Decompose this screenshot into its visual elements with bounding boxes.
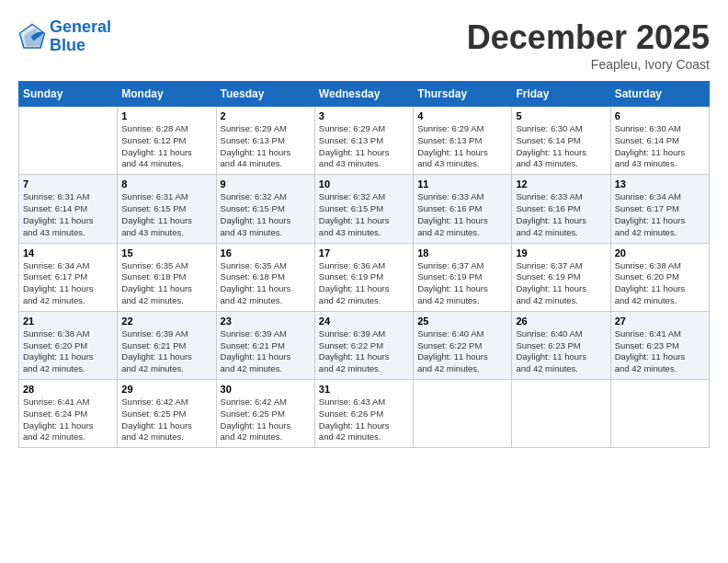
cell-info: Sunrise: 6:34 AM Sunset: 6:17 PM Dayligh… bbox=[615, 191, 705, 238]
day-number: 14 bbox=[23, 247, 113, 259]
title-block: December 2025 Feapleu, Ivory Coast bbox=[467, 18, 710, 72]
day-number: 21 bbox=[23, 316, 113, 327]
logo-text: General Blue bbox=[50, 18, 111, 55]
calendar-cell: 17Sunrise: 6:36 AM Sunset: 6:19 PM Dayli… bbox=[314, 243, 413, 311]
calendar-cell: 7Sunrise: 6:31 AM Sunset: 6:14 PM Daylig… bbox=[19, 175, 118, 243]
cell-info: Sunrise: 6:31 AM Sunset: 6:14 PM Dayligh… bbox=[23, 191, 113, 238]
calendar-cell: 30Sunrise: 6:42 AM Sunset: 6:25 PM Dayli… bbox=[216, 380, 314, 448]
calendar-cell: 15Sunrise: 6:35 AM Sunset: 6:18 PM Dayli… bbox=[118, 243, 216, 311]
calendar-cell: 14Sunrise: 6:34 AM Sunset: 6:17 PM Dayli… bbox=[19, 243, 118, 311]
calendar-cell: 3Sunrise: 6:29 AM Sunset: 6:13 PM Daylig… bbox=[314, 107, 413, 175]
calendar-cell: 16Sunrise: 6:35 AM Sunset: 6:18 PM Dayli… bbox=[216, 243, 314, 311]
location: Feapleu, Ivory Coast bbox=[467, 57, 710, 72]
day-number: 23 bbox=[221, 316, 311, 327]
day-number: 13 bbox=[615, 178, 705, 190]
weekday-friday: Friday bbox=[512, 82, 610, 107]
calendar-cell bbox=[19, 107, 118, 175]
cell-info: Sunrise: 6:35 AM Sunset: 6:18 PM Dayligh… bbox=[221, 260, 311, 307]
day-number: 22 bbox=[121, 316, 211, 327]
logo-icon bbox=[18, 23, 46, 51]
calendar-cell: 28Sunrise: 6:41 AM Sunset: 6:24 PM Dayli… bbox=[19, 380, 118, 448]
weekday-tuesday: Tuesday bbox=[216, 82, 314, 107]
day-number: 27 bbox=[615, 316, 705, 327]
cell-info: Sunrise: 6:29 AM Sunset: 6:13 PM Dayligh… bbox=[417, 123, 507, 170]
logo: General Blue bbox=[18, 18, 111, 55]
calendar-cell: 19Sunrise: 6:37 AM Sunset: 6:19 PM Dayli… bbox=[512, 243, 610, 311]
cell-info: Sunrise: 6:41 AM Sunset: 6:23 PM Dayligh… bbox=[615, 328, 705, 375]
calendar-cell bbox=[610, 380, 709, 448]
cell-info: Sunrise: 6:40 AM Sunset: 6:22 PM Dayligh… bbox=[417, 328, 507, 375]
calendar-cell: 5Sunrise: 6:30 AM Sunset: 6:14 PM Daylig… bbox=[512, 107, 610, 175]
calendar-cell: 4Sunrise: 6:29 AM Sunset: 6:13 PM Daylig… bbox=[414, 107, 512, 175]
calendar-cell: 13Sunrise: 6:34 AM Sunset: 6:17 PM Dayli… bbox=[610, 175, 709, 243]
cell-info: Sunrise: 6:34 AM Sunset: 6:17 PM Dayligh… bbox=[23, 260, 113, 307]
cell-info: Sunrise: 6:30 AM Sunset: 6:14 PM Dayligh… bbox=[615, 123, 705, 170]
cell-info: Sunrise: 6:38 AM Sunset: 6:20 PM Dayligh… bbox=[23, 328, 113, 375]
calendar-cell: 23Sunrise: 6:39 AM Sunset: 6:21 PM Dayli… bbox=[216, 311, 314, 379]
calendar-week-3: 14Sunrise: 6:34 AM Sunset: 6:17 PM Dayli… bbox=[19, 243, 710, 311]
month-title: December 2025 bbox=[467, 18, 710, 57]
calendar-cell: 2Sunrise: 6:29 AM Sunset: 6:13 PM Daylig… bbox=[216, 107, 314, 175]
day-number: 1 bbox=[121, 110, 211, 121]
day-number: 20 bbox=[615, 247, 705, 259]
weekday-wednesday: Wednesday bbox=[314, 82, 413, 107]
calendar-cell: 27Sunrise: 6:41 AM Sunset: 6:23 PM Dayli… bbox=[610, 311, 709, 379]
cell-info: Sunrise: 6:32 AM Sunset: 6:15 PM Dayligh… bbox=[221, 191, 311, 238]
cell-info: Sunrise: 6:38 AM Sunset: 6:20 PM Dayligh… bbox=[615, 260, 705, 307]
cell-info: Sunrise: 6:42 AM Sunset: 6:25 PM Dayligh… bbox=[121, 396, 211, 443]
weekday-saturday: Saturday bbox=[610, 82, 709, 107]
cell-info: Sunrise: 6:33 AM Sunset: 6:16 PM Dayligh… bbox=[417, 191, 507, 238]
calendar-week-5: 28Sunrise: 6:41 AM Sunset: 6:24 PM Dayli… bbox=[19, 380, 710, 448]
calendar-week-2: 7Sunrise: 6:31 AM Sunset: 6:14 PM Daylig… bbox=[19, 175, 710, 243]
day-number: 4 bbox=[417, 110, 507, 121]
day-number: 3 bbox=[319, 110, 409, 121]
cell-info: Sunrise: 6:39 AM Sunset: 6:22 PM Dayligh… bbox=[319, 328, 409, 375]
calendar-cell: 18Sunrise: 6:37 AM Sunset: 6:19 PM Dayli… bbox=[414, 243, 512, 311]
weekday-thursday: Thursday bbox=[414, 82, 512, 107]
calendar-cell: 29Sunrise: 6:42 AM Sunset: 6:25 PM Dayli… bbox=[118, 380, 216, 448]
day-number: 30 bbox=[221, 384, 311, 395]
cell-info: Sunrise: 6:33 AM Sunset: 6:16 PM Dayligh… bbox=[516, 191, 606, 238]
day-number: 5 bbox=[516, 110, 606, 121]
cell-info: Sunrise: 6:30 AM Sunset: 6:14 PM Dayligh… bbox=[516, 123, 606, 170]
day-number: 11 bbox=[417, 178, 507, 190]
calendar-week-1: 1Sunrise: 6:28 AM Sunset: 6:12 PM Daylig… bbox=[19, 107, 710, 175]
calendar-cell: 8Sunrise: 6:31 AM Sunset: 6:15 PM Daylig… bbox=[118, 175, 216, 243]
calendar-cell: 24Sunrise: 6:39 AM Sunset: 6:22 PM Dayli… bbox=[314, 311, 413, 379]
cell-info: Sunrise: 6:31 AM Sunset: 6:15 PM Dayligh… bbox=[121, 191, 211, 238]
calendar-cell bbox=[414, 380, 512, 448]
page-header: General Blue December 2025 Feapleu, Ivor… bbox=[18, 18, 710, 72]
day-number: 2 bbox=[221, 110, 311, 121]
day-number: 15 bbox=[121, 247, 211, 259]
cell-info: Sunrise: 6:43 AM Sunset: 6:26 PM Dayligh… bbox=[319, 396, 409, 443]
cell-info: Sunrise: 6:29 AM Sunset: 6:13 PM Dayligh… bbox=[221, 123, 311, 170]
cell-info: Sunrise: 6:39 AM Sunset: 6:21 PM Dayligh… bbox=[221, 328, 311, 375]
calendar-cell: 22Sunrise: 6:39 AM Sunset: 6:21 PM Dayli… bbox=[118, 311, 216, 379]
calendar-cell: 21Sunrise: 6:38 AM Sunset: 6:20 PM Dayli… bbox=[19, 311, 118, 379]
calendar-body: 1Sunrise: 6:28 AM Sunset: 6:12 PM Daylig… bbox=[19, 107, 710, 448]
calendar-cell bbox=[512, 380, 610, 448]
cell-info: Sunrise: 6:35 AM Sunset: 6:18 PM Dayligh… bbox=[121, 260, 211, 307]
calendar-cell: 12Sunrise: 6:33 AM Sunset: 6:16 PM Dayli… bbox=[512, 175, 610, 243]
day-number: 17 bbox=[319, 247, 409, 259]
calendar-cell: 1Sunrise: 6:28 AM Sunset: 6:12 PM Daylig… bbox=[118, 107, 216, 175]
cell-info: Sunrise: 6:37 AM Sunset: 6:19 PM Dayligh… bbox=[516, 260, 606, 307]
calendar-cell: 26Sunrise: 6:40 AM Sunset: 6:23 PM Dayli… bbox=[512, 311, 610, 379]
day-number: 26 bbox=[516, 316, 606, 327]
calendar-table: SundayMondayTuesdayWednesdayThursdayFrid… bbox=[18, 81, 710, 448]
day-number: 7 bbox=[23, 178, 113, 190]
cell-info: Sunrise: 6:41 AM Sunset: 6:24 PM Dayligh… bbox=[23, 396, 113, 443]
day-number: 29 bbox=[121, 384, 211, 395]
cell-info: Sunrise: 6:36 AM Sunset: 6:19 PM Dayligh… bbox=[319, 260, 409, 307]
calendar-cell: 9Sunrise: 6:32 AM Sunset: 6:15 PM Daylig… bbox=[216, 175, 314, 243]
calendar-week-4: 21Sunrise: 6:38 AM Sunset: 6:20 PM Dayli… bbox=[19, 311, 710, 379]
calendar-cell: 11Sunrise: 6:33 AM Sunset: 6:16 PM Dayli… bbox=[414, 175, 512, 243]
cell-info: Sunrise: 6:32 AM Sunset: 6:15 PM Dayligh… bbox=[319, 191, 409, 238]
weekday-header-row: SundayMondayTuesdayWednesdayThursdayFrid… bbox=[19, 82, 710, 107]
day-number: 12 bbox=[516, 178, 606, 190]
day-number: 19 bbox=[516, 247, 606, 259]
cell-info: Sunrise: 6:37 AM Sunset: 6:19 PM Dayligh… bbox=[417, 260, 507, 307]
day-number: 6 bbox=[615, 110, 705, 121]
day-number: 8 bbox=[121, 178, 211, 190]
calendar-cell: 10Sunrise: 6:32 AM Sunset: 6:15 PM Dayli… bbox=[314, 175, 413, 243]
